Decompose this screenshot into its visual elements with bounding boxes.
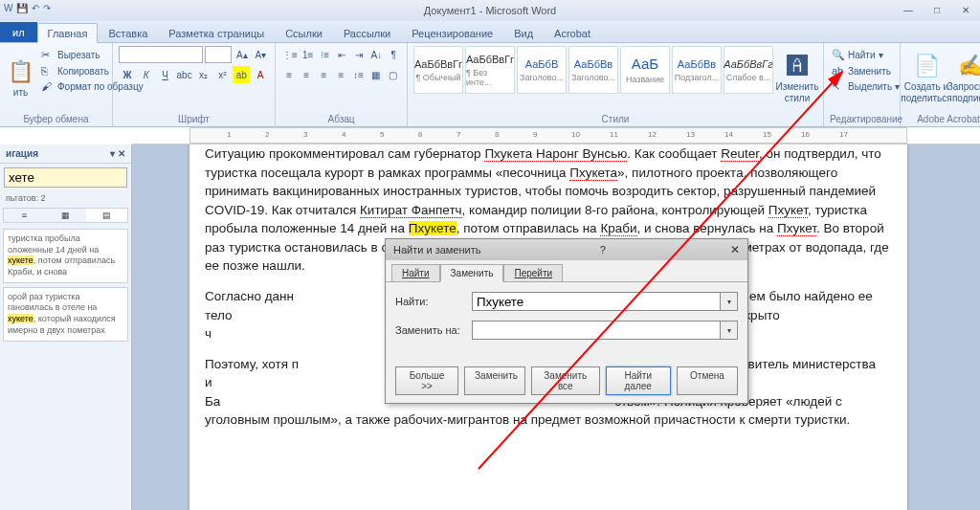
search-icon: 🔍 [832, 49, 845, 61]
more-button[interactable]: Больше >> [395, 366, 458, 395]
redo-icon[interactable]: ↷ [43, 3, 51, 13]
quick-access-toolbar: W 💾 ↶ ↷ [4, 3, 51, 13]
superscript-button[interactable]: x² [213, 66, 231, 83]
dialog-tab-goto[interactable]: Перейти [503, 264, 563, 281]
find-button[interactable]: 🔍Найти ▾ [830, 48, 902, 62]
highlight-button[interactable]: ab [233, 66, 250, 83]
replace-dropdown-icon[interactable]: ▾ [721, 321, 738, 340]
numbering-button[interactable]: 1≡ [301, 46, 316, 63]
style-item[interactable]: АаБбВвЗаголово... [568, 46, 618, 94]
brush-icon: 🖌 [41, 80, 55, 92]
cut-icon: ✂ [41, 49, 55, 61]
show-marks-button[interactable]: ¶ [386, 46, 401, 63]
group-label-paragraph: Абзац [281, 112, 401, 124]
bold-button[interactable]: Ж [119, 66, 136, 83]
tab-acrobat[interactable]: Acrobat [544, 23, 601, 42]
style-item[interactable]: АаБбВвГг¶ Обычный [413, 46, 463, 94]
group-label-acrobat: Adobe Acrobat [906, 112, 980, 124]
replace-one-button[interactable]: Заменить [464, 366, 525, 395]
style-item[interactable]: АаБбВвГгСлабое в... [724, 46, 773, 94]
find-replace-dialog: Найти и заменить ? ✕ Найти Заменить Пере… [385, 238, 748, 404]
tab-file[interactable]: ил [0, 22, 37, 42]
tab-layout[interactable]: Разметка страницы [158, 23, 275, 42]
close-button[interactable]: ✕ [951, 0, 980, 19]
pdf-icon: 📄 [914, 54, 940, 78]
nav-result-count: пьтатов: 2 [0, 191, 131, 205]
grow-font-button[interactable]: A▴ [234, 46, 251, 63]
find-input[interactable] [472, 292, 721, 311]
indent-button[interactable]: ⇥ [351, 46, 367, 63]
word-icon: W [4, 3, 12, 13]
outdent-button[interactable]: ⇤ [335, 46, 350, 63]
font-color-button[interactable]: A [252, 66, 269, 83]
maximize-button[interactable]: □ [923, 0, 951, 19]
align-right-button[interactable]: ≡ [316, 66, 331, 83]
dialog-tab-replace[interactable]: Заменить [440, 264, 504, 282]
dialog-help-icon[interactable]: ? [600, 244, 612, 255]
tab-review[interactable]: Рецензирование [401, 23, 503, 42]
subscript-button[interactable]: x₂ [195, 66, 212, 83]
replace-all-button[interactable]: Заменить все [531, 366, 599, 395]
copy-icon: ⎘ [41, 65, 55, 77]
title-bar: W 💾 ↶ ↷ Документ1 - Microsoft Word — □ ✕ [0, 0, 980, 21]
nav-search-input[interactable] [4, 167, 127, 188]
undo-icon[interactable]: ↶ [32, 3, 39, 13]
replace-icon: ab [832, 65, 845, 77]
style-item[interactable]: АаБбВвПодзагол... [672, 46, 722, 94]
select-button[interactable]: ↖Выделить ▾ [830, 79, 902, 94]
style-item[interactable]: АаБНазвание [620, 46, 670, 94]
shading-button[interactable]: ▦ [368, 66, 384, 83]
italic-button[interactable]: К [138, 66, 155, 83]
sort-button[interactable]: A↓ [368, 46, 384, 63]
style-gallery[interactable]: АаБбВвГг¶ Обычный АаБбВвГг¶ Без инте... … [413, 46, 773, 112]
strike-button[interactable]: abc [176, 66, 193, 83]
paste-button[interactable]: 📋ить [6, 46, 35, 112]
font-name-combo[interactable] [119, 46, 203, 63]
window-title: Документ1 - Microsoft Word [424, 5, 556, 16]
find-label: Найти: [395, 296, 472, 307]
bullets-button[interactable]: ⋮≡ [281, 46, 299, 63]
multilevel-button[interactable]: ⁝≡ [318, 46, 333, 63]
tab-view[interactable]: Вид [503, 23, 544, 42]
change-styles-button[interactable]: 🅰Изменить стили [777, 46, 817, 112]
tab-references[interactable]: Ссылки [275, 23, 333, 42]
ribbon-tabs: ил Главная Вставка Разметка страницы Ссы… [0, 21, 980, 43]
style-item[interactable]: АаБбВЗаголово... [517, 46, 567, 94]
tab-home[interactable]: Главная [37, 23, 99, 43]
align-left-button[interactable]: ≡ [281, 66, 297, 83]
font-size-combo[interactable] [205, 46, 232, 63]
group-label-font: Шрифт [119, 112, 269, 124]
style-item[interactable]: АаБбВвГг¶ Без инте... [465, 46, 515, 94]
align-center-button[interactable]: ≡ [299, 66, 314, 83]
replace-button[interactable]: abЗаменить [830, 64, 902, 78]
navigation-pane: игация▾ ✕ пьтатов: 2 ≡▦▤ туристка пробыл… [0, 144, 132, 510]
borders-button[interactable]: ▢ [386, 66, 401, 83]
find-next-button[interactable]: Найти далее [606, 366, 671, 395]
dialog-tab-find[interactable]: Найти [391, 264, 440, 281]
styles-icon: 🅰 [787, 54, 808, 78]
cancel-button[interactable]: Отмена [677, 366, 738, 395]
nav-title: игация [6, 148, 38, 159]
justify-button[interactable]: ≡ [333, 66, 348, 83]
line-spacing-button[interactable]: ↕≡ [351, 66, 367, 83]
group-label-editing: Редактирование [830, 112, 894, 124]
acrobat-share-button[interactable]: 📄Создать и поделиться [906, 46, 947, 112]
ruler[interactable]: 1 2 3 4 5 6 7 8 9 10 11 12 13 14 15 16 1… [132, 127, 980, 144]
highlight: Пхукете [409, 221, 457, 235]
replace-input[interactable] [472, 321, 721, 340]
tab-insert[interactable]: Вставка [98, 23, 158, 42]
nav-result-item[interactable]: орой раз туристка гановилась в отеле на … [3, 287, 128, 342]
save-icon[interactable]: 💾 [16, 3, 28, 13]
nav-close-icon[interactable]: ▾ ✕ [110, 148, 125, 159]
underline-button[interactable]: Ч [157, 66, 174, 83]
paste-icon: 📋 [8, 59, 33, 84]
minimize-button[interactable]: — [894, 0, 923, 19]
tab-mailings[interactable]: Рассылки [333, 23, 401, 42]
find-dropdown-icon[interactable]: ▾ [721, 292, 738, 311]
shrink-font-button[interactable]: A▾ [253, 46, 270, 63]
nav-view-tabs[interactable]: ≡▦▤ [3, 208, 128, 223]
nav-result-item[interactable]: туристка пробыла оложенные 14 дней на ху… [3, 229, 128, 283]
acrobat-sign-button[interactable]: ✍Запросить подписи [950, 46, 980, 112]
dialog-titlebar[interactable]: Найти и заменить ? ✕ [386, 239, 747, 260]
dialog-close-icon[interactable]: ✕ [730, 243, 740, 256]
